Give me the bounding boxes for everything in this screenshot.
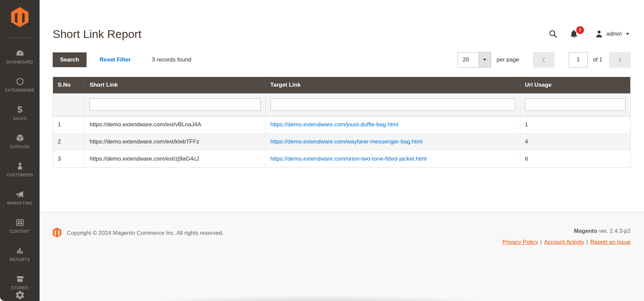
sidebar-item-label: CATALOG: [10, 145, 30, 149]
search-button[interactable]: Search: [53, 52, 87, 67]
footer-links: Privacy Policy|Account Activity|Report a…: [502, 239, 631, 246]
per-page-value: 20: [458, 52, 479, 67]
main-content: Short Link Report 7 admi: [40, 0, 644, 168]
table-row[interactable]: 3 https://demo.extendware.com/ext/zj9aG4…: [53, 150, 630, 167]
megaphone-icon: [15, 190, 24, 199]
footer: Copyright © 2024 Magento Commerce Inc. A…: [40, 212, 644, 301]
cell-short-link: https://demo.extendware.com/ext/kIebTFFz: [85, 133, 266, 150]
user-avatar-icon: [595, 30, 603, 38]
sidebar-item-sales[interactable]: $ SALES: [0, 99, 40, 127]
cell-short-link: https://demo.extendware.com/ext/vBLnaJ4A: [85, 116, 266, 133]
previous-page-button[interactable]: [533, 52, 554, 68]
per-page-label: per page: [497, 56, 519, 63]
reset-filter-link[interactable]: Reset Filter: [100, 56, 131, 63]
magento-footer-logo-icon: [53, 227, 61, 239]
cell-sno: 1: [53, 116, 85, 133]
sidebar-item-label: SALES: [13, 117, 27, 121]
next-page-button[interactable]: [609, 52, 631, 68]
notification-badge: 7: [576, 26, 584, 34]
sidebar-item-label: MARKETING: [7, 201, 33, 205]
target-link[interactable]: https://demo.extendware.com/joust-duffle…: [270, 121, 398, 128]
column-header-target-link[interactable]: Target Link: [265, 77, 520, 93]
cell-url-usage: 6: [520, 150, 630, 167]
sidebar-item-content[interactable]: CONTENT: [0, 212, 40, 240]
storefront-icon: [15, 274, 24, 284]
chevron-down-icon: [626, 33, 629, 35]
dashboard-gauge-icon: [15, 49, 24, 58]
table-row[interactable]: 1 https://demo.extendware.com/ext/vBLnaJ…: [53, 116, 630, 133]
sidebar-item-system[interactable]: [0, 285, 40, 301]
page-title: Short Link Report: [53, 27, 142, 41]
header-actions: 7 admin: [548, 29, 631, 39]
records-found-text: 3 records found: [152, 56, 191, 63]
brand-name: Magento: [574, 228, 597, 234]
cell-short-link: https://demo.extendware.com/ext/zj9aG4cJ: [85, 150, 266, 167]
dollar-icon: $: [17, 105, 22, 114]
filter-input-short-link[interactable]: [90, 98, 261, 111]
cell-url-usage: 4: [520, 133, 630, 150]
version-text: Magento ver. 2.4.3-p2: [502, 228, 631, 234]
copyright-text: Copyright © 2024 Magento Commerce Inc. A…: [67, 230, 224, 236]
sidebar-item-label: EXTENDWARE: [5, 88, 35, 92]
column-header-short-link[interactable]: Short Link: [85, 77, 266, 93]
sidebar-item-catalog[interactable]: CATALOG: [0, 127, 40, 155]
filter-input-url-usage[interactable]: [525, 98, 626, 111]
filter-cell-sno: [53, 93, 85, 116]
sidebar-item-dashboard[interactable]: DASHBOARD: [0, 42, 40, 71]
chevron-left-icon: [541, 56, 546, 63]
gear-icon: [15, 291, 25, 300]
sidebar-item-customers[interactable]: CUSTOMERS: [0, 155, 40, 183]
sidebar-item-label: REPORTS: [10, 258, 30, 262]
admin-menu[interactable]: admin: [595, 30, 629, 38]
sidebar-item-label: CUSTOMERS: [6, 173, 33, 177]
grid-header-row: S.No Short Link Target Link Url Usage: [53, 77, 630, 93]
notifications-button[interactable]: 7: [569, 29, 579, 39]
chevron-right-icon: [618, 56, 622, 63]
sidebar-item-extendware[interactable]: EXTENDWARE: [0, 71, 40, 99]
cell-sno: 3: [53, 150, 85, 167]
pagination-controls: 20 per page of 1: [458, 52, 631, 68]
sidebar: DASHBOARD EXTENDWARE $ SALES CATALOG: [0, 0, 40, 301]
admin-username: admin: [606, 31, 622, 37]
hexagon-icon: [15, 77, 24, 86]
total-pages-label: of 1: [593, 56, 602, 63]
sidebar-item-label: CONTENT: [10, 229, 30, 233]
box-icon: [15, 133, 24, 142]
page-header: Short Link Report 7 admi: [53, 0, 631, 41]
magento-logo-icon[interactable]: [11, 7, 29, 29]
account-activity-link[interactable]: Account Activity: [544, 239, 584, 245]
target-link[interactable]: https://demo.extendware.com/wayfarer-mes…: [270, 138, 423, 145]
layout-icon: [15, 218, 24, 227]
bar-chart-icon: [15, 246, 24, 255]
privacy-policy-link[interactable]: Privacy Policy: [502, 239, 538, 245]
column-header-sno[interactable]: S.No: [53, 77, 85, 93]
person-icon: [15, 162, 24, 171]
short-link-grid: S.No Short Link Target Link Url Usage 1 …: [53, 77, 631, 168]
table-row[interactable]: 2 https://demo.extendware.com/ext/kIebTF…: [53, 133, 630, 150]
cell-sno: 2: [53, 133, 85, 150]
filter-input-target-link[interactable]: [270, 98, 515, 111]
search-icon[interactable]: [548, 29, 558, 39]
page-number-input[interactable]: [569, 52, 588, 68]
grid-filter-row: [53, 93, 630, 116]
sidebar-item-label: DASHBOARD: [6, 60, 33, 64]
report-issue-link[interactable]: Report an Issue: [590, 239, 631, 245]
cell-url-usage: 1: [520, 116, 630, 133]
sidebar-item-marketing[interactable]: MARKETING: [0, 183, 40, 212]
per-page-select[interactable]: 20: [458, 52, 491, 68]
chevron-down-icon: [479, 52, 491, 67]
grid-toolbar: Search Reset Filter 3 records found 20 p…: [53, 52, 631, 68]
sidebar-divider: [6, 38, 34, 38]
target-link[interactable]: https://demo.extendware.com/orion-two-to…: [270, 156, 427, 162]
sidebar-item-reports[interactable]: REPORTS: [0, 240, 40, 268]
column-header-url-usage[interactable]: Url Usage: [520, 77, 630, 93]
sidebar-nav: DASHBOARD EXTENDWARE $ SALES CATALOG: [0, 42, 40, 296]
